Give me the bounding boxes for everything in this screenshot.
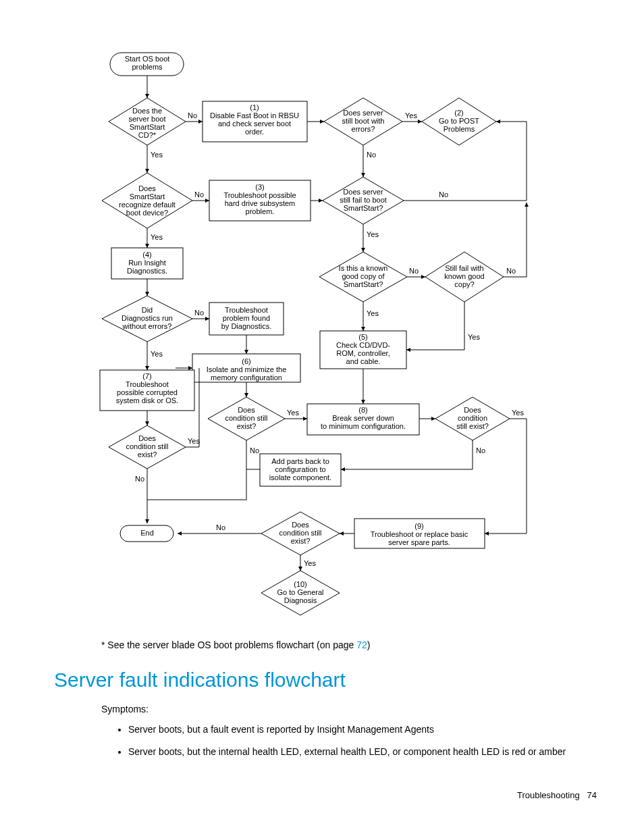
svg-text:Yes: Yes bbox=[304, 559, 316, 567]
svg-text:Yes: Yes bbox=[151, 151, 163, 159]
footnote-link[interactable]: 72 bbox=[356, 640, 367, 650]
node-p9: (9)Troubleshoot or replace basicserver s… bbox=[354, 519, 485, 548]
svg-text:No: No bbox=[409, 267, 419, 275]
node-d-diag-errors: DidDiagnostics runwithout errors? bbox=[102, 296, 192, 342]
svg-text:No: No bbox=[135, 475, 144, 483]
page-footer: Troubleshooting 74 bbox=[517, 790, 597, 800]
svg-text:Does serverstill fail to bootS: Does serverstill fail to bootSmartStart? bbox=[340, 188, 387, 212]
node-d-fail-smartstart: Does serverstill fail to bootSmartStart? bbox=[323, 177, 404, 224]
node-end: End bbox=[120, 525, 173, 542]
node-d-recognize: DoesSmartStartrecognize defaultboot devi… bbox=[102, 173, 192, 228]
node-d-cond-left: Doescondition stillexist? bbox=[109, 425, 186, 469]
node-p4: (4)Run InsightDiagnostics. bbox=[111, 248, 183, 279]
flowchart-svg: Start OS bootproblems Does theserver boo… bbox=[0, 0, 644, 635]
node-troubleshoot-diag: Troubleshootproblem foundby Diagnostics. bbox=[209, 303, 284, 335]
svg-text:End: End bbox=[140, 529, 154, 537]
symptoms-list: Server boots, but a fault event is repor… bbox=[108, 723, 594, 767]
node-p2: (2)Go to POSTProblems bbox=[422, 98, 496, 145]
list-item: Server boots, but the internal health LE… bbox=[128, 745, 594, 759]
node-d-cond-final: Doescondition stillexist? bbox=[261, 512, 340, 555]
svg-text:Yes: Yes bbox=[151, 233, 163, 241]
svg-text:Yes: Yes bbox=[367, 230, 379, 238]
section-heading: Server fault indications flowchart bbox=[54, 669, 346, 692]
node-add-parts: Add parts back toconfiguration toisolate… bbox=[260, 454, 341, 486]
node-d-cond-mid: Doescondition stillexist? bbox=[208, 397, 285, 440]
svg-text:Troubleshootproblem foundby Di: Troubleshootproblem foundby Diagnostics. bbox=[221, 306, 272, 330]
node-p8: (8)Break server downto minimum configura… bbox=[307, 404, 419, 435]
svg-text:No: No bbox=[476, 446, 485, 454]
node-d-still-fail-copy: Still fail withknown goodcopy? bbox=[425, 252, 504, 302]
node-p6: (6)Isolate and minimize thememory config… bbox=[192, 354, 300, 382]
node-d-known-copy: Is this a knowngood copy ofSmartStart? bbox=[319, 252, 407, 302]
svg-text:Add parts back toconfiguration: Add parts back toconfiguration toisolate… bbox=[269, 457, 331, 481]
svg-text:Yes: Yes bbox=[188, 437, 200, 445]
svg-text:No: No bbox=[506, 267, 516, 275]
svg-text:No: No bbox=[216, 523, 225, 531]
svg-text:Yes: Yes bbox=[151, 350, 163, 358]
symptoms-label: Symptoms: bbox=[101, 702, 149, 716]
svg-text:Yes: Yes bbox=[512, 409, 524, 417]
node-d-boot-cd: Does theserver bootSmartStartCD?* bbox=[109, 98, 186, 145]
svg-text:Yes: Yes bbox=[405, 111, 417, 120]
svg-text:No: No bbox=[194, 309, 204, 317]
node-start: Start OS bootproblems bbox=[110, 53, 184, 76]
svg-text:No: No bbox=[250, 446, 259, 454]
list-item: Server boots, but a fault event is repor… bbox=[128, 723, 594, 737]
node-p10: (10)Go to GeneralDiagnosis bbox=[261, 571, 340, 615]
svg-text:No: No bbox=[188, 111, 197, 120]
svg-text:No: No bbox=[367, 151, 376, 159]
node-d-cond-right: Doesconditionstill exist? bbox=[435, 397, 510, 440]
footnote: * See the server blade OS boot problems … bbox=[101, 638, 370, 652]
node-p3: (3)Troubleshoot possiblehard drive subsy… bbox=[209, 180, 311, 221]
svg-text:Yes: Yes bbox=[287, 409, 299, 417]
node-d-still-errors: Does serverstill boot witherrors? bbox=[324, 98, 402, 145]
node-p5: (5)Check CD/DVD-ROM, controller,and cabl… bbox=[320, 331, 406, 369]
node-p1: (1)Disable Fast Boot in RBSUand check se… bbox=[203, 101, 307, 142]
svg-text:Yes: Yes bbox=[367, 309, 379, 317]
svg-text:No: No bbox=[439, 190, 448, 199]
svg-text:No: No bbox=[194, 190, 204, 199]
node-p7: (7)Troubleshootpossible corruptedsystem … bbox=[100, 370, 194, 411]
svg-text:Is this a knowngood copy ofSma: Is this a knowngood copy ofSmartStart? bbox=[339, 264, 388, 288]
svg-text:Yes: Yes bbox=[468, 333, 480, 341]
